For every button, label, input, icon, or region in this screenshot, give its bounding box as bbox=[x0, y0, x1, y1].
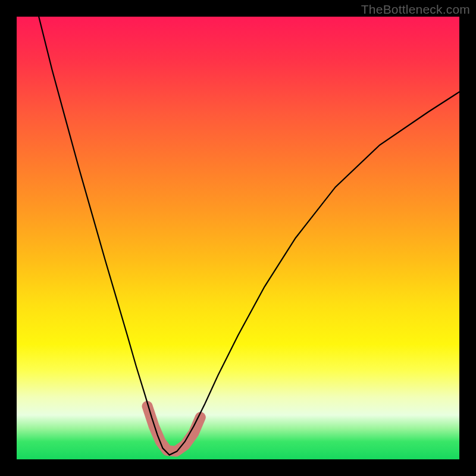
chart-svg bbox=[17, 17, 459, 459]
outer-frame: TheBottleneck.com bbox=[0, 0, 476, 476]
curve-path bbox=[39, 17, 459, 455]
watermark-text: TheBottleneck.com bbox=[361, 2, 470, 17]
plot-area bbox=[17, 17, 459, 459]
